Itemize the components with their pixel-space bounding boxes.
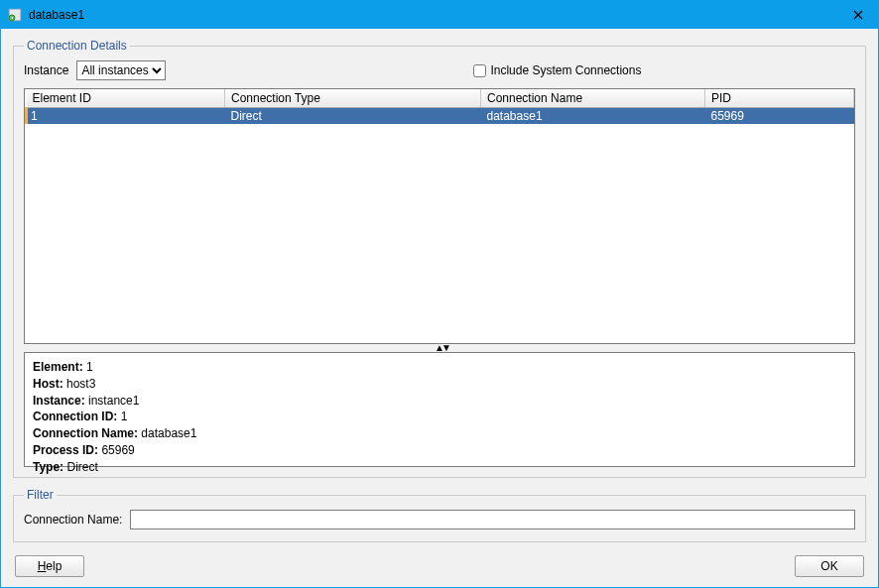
filter-connection-name-label: Connection Name: <box>24 513 122 527</box>
filter-legend: Filter <box>24 488 57 502</box>
cell-pid: 65969 <box>705 108 854 125</box>
instance-label: Instance <box>24 63 68 77</box>
filter-row: Connection Name: <box>24 510 855 529</box>
ok-button[interactable]: OK <box>795 555 864 577</box>
detail-element: Element: 1 <box>33 359 846 376</box>
col-connection-name[interactable]: Connection Name <box>481 89 705 108</box>
include-system-wrap: Include System Connections <box>469 61 641 80</box>
connection-details-legend: Connection Details <box>24 39 130 53</box>
app-icon <box>7 7 23 23</box>
cell-element-id: 1 <box>27 108 225 125</box>
detail-type: Type: Direct <box>33 459 846 476</box>
title-bar[interactable]: database1 <box>1 1 878 29</box>
detail-connection-id: Connection ID: 1 <box>33 409 846 425</box>
help-button[interactable]: Help <box>15 555 84 577</box>
window-title: database1 <box>29 8 844 22</box>
dialog-content: Connection Details Instance All instance… <box>1 29 878 587</box>
col-element-id[interactable]: Element ID <box>27 89 225 108</box>
connection-details-group: Connection Details Instance All instance… <box>13 39 866 478</box>
splitter-handle[interactable]: ▲▼ <box>28 344 855 352</box>
dialog-window: database1 Connection Details Instance Al… <box>0 0 879 588</box>
filter-group: Filter Connection Name: <box>13 488 866 542</box>
detail-host: Host: host3 <box>33 376 846 393</box>
include-system-checkbox[interactable] <box>473 64 486 77</box>
cell-connection-name: database1 <box>481 108 705 125</box>
instance-row: Instance All instances Include System Co… <box>24 60 855 80</box>
close-icon[interactable] <box>844 4 872 26</box>
include-system-label: Include System Connections <box>490 63 641 77</box>
cell-connection-type: Direct <box>225 108 481 125</box>
instance-select[interactable]: All instances <box>76 60 166 80</box>
detail-process-id: Process ID: 65969 <box>33 442 846 459</box>
connections-table[interactable]: Element ID Connection Type Connection Na… <box>25 89 854 124</box>
filter-connection-name-input[interactable] <box>130 510 855 529</box>
table-header-row: Element ID Connection Type Connection Na… <box>27 89 854 108</box>
table-row[interactable]: 1 Direct database1 65969 <box>27 108 854 125</box>
connections-table-wrap: Element ID Connection Type Connection Na… <box>24 88 855 344</box>
col-pid[interactable]: PID <box>705 89 854 108</box>
detail-instance: Instance: instance1 <box>33 393 846 410</box>
details-panel: Element: 1 Host: host3 Instance: instanc… <box>24 352 855 467</box>
dialog-button-row: Help OK <box>13 555 866 577</box>
detail-connection-name: Connection Name: database1 <box>33 425 846 442</box>
col-connection-type[interactable]: Connection Type <box>225 89 481 108</box>
